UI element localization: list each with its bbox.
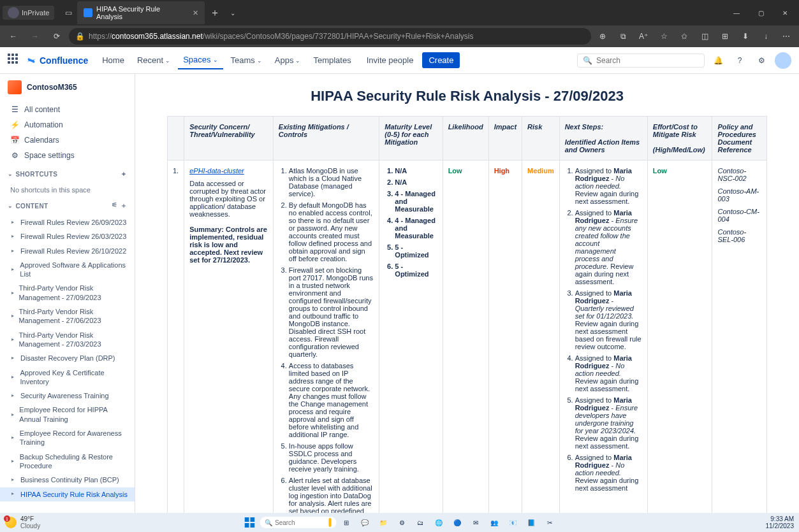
forward-button[interactable]: → — [26, 27, 45, 46]
page-tree-item[interactable]: ▸Backup Scheduling & Restore Procedure — [0, 450, 135, 473]
nav-templates[interactable]: Templates — [308, 51, 356, 69]
invite-people-link[interactable]: Invite people — [367, 55, 414, 65]
maturity-item: 4 - Managed and Measurable — [395, 217, 437, 240]
inprivate-badge: InPrivate — [3, 6, 54, 20]
app-switcher-icon[interactable] — [8, 54, 22, 68]
nav-apps[interactable]: Apps⌄ — [270, 51, 306, 69]
chevron-right-icon: ▸ — [11, 374, 17, 380]
impact-cell: High — [488, 161, 522, 514]
add-page-icon[interactable]: ＋ — [121, 201, 127, 210]
new-tab-button[interactable]: ＋ — [210, 6, 220, 20]
browser-tab[interactable]: HIPAA Security Rule Analysis ✕ — [77, 1, 205, 24]
url-scheme: https:// — [89, 32, 112, 41]
page-tree-item[interactable]: ▸Third-Party Vendor Risk Management - 27… — [0, 281, 135, 305]
page-tree-item[interactable]: ▸Firewall Rules Review 26/10/2022 — [0, 244, 135, 258]
close-window-button[interactable]: ✕ — [773, 4, 796, 22]
page-tree-item[interactable]: ▸Security Awareness Training — [0, 389, 135, 403]
maturity-item: 5 - Optimized — [395, 262, 437, 278]
maximize-button[interactable]: ▢ — [749, 4, 772, 22]
content-header[interactable]: ⌄ CONTENT ⚟ ＋ — [0, 196, 135, 215]
col-risk: Risk — [522, 117, 560, 161]
maturity-cell: N/AN/A4 - Managed and Measurable4 - Mana… — [379, 161, 443, 514]
page-tree-item[interactable]: ▸Employee Record for HIPPA Annual Traini… — [0, 403, 135, 426]
sidebar-automation[interactable]: ⚡Automation — [0, 117, 135, 133]
shortcuts-header[interactable]: ⌄ SHORTCUTS ＋ — [0, 164, 135, 183]
page-tree-item[interactable]: ▸Third-Party Vendor Risk Management - 27… — [0, 305, 135, 328]
create-button[interactable]: Create — [422, 52, 460, 68]
mitigation-item: Firewall set on blocking port 27017. Mon… — [289, 266, 374, 358]
downloads-icon[interactable]: ↓ — [757, 27, 775, 45]
sidebar-all-content[interactable]: ☰All content — [0, 102, 135, 117]
page-label: Firewall Rules Review 26/09/2023 — [20, 218, 126, 227]
page-label: Firewall Rules Review 26/10/2022 — [20, 247, 126, 255]
chevron-right-icon: ▸ — [11, 219, 17, 226]
extensions-icon[interactable]: ⊞ — [716, 27, 734, 45]
mitigation-item: Access to databases limited based on IP … — [289, 362, 374, 438]
chevron-right-icon: ▸ — [11, 458, 16, 464]
chevron-down-icon: ⌄ — [295, 57, 300, 64]
search-input[interactable] — [596, 56, 699, 65]
confluence-icon — [26, 55, 37, 66]
col-mitigations: Existing Mitigations / Controls — [273, 117, 379, 161]
page-tree-item[interactable]: ▸Business Continuity Plan (BCP) — [0, 473, 135, 487]
nav-spaces[interactable]: Spaces⌄ — [178, 51, 223, 69]
sidebar-space-settings[interactable]: ⚙Space settings — [0, 148, 135, 163]
page-tree-item[interactable]: ▸HIPAA Security Rule Risk Analysis — [0, 487, 135, 501]
no-shortcuts-text: No shortcuts in this space — [0, 183, 135, 196]
page-tree-item[interactable]: ▸Approved Key & Certificate Inventory — [0, 366, 135, 389]
settings-icon[interactable]: ⚙ — [753, 52, 770, 69]
chevron-right-icon: ▸ — [11, 266, 16, 273]
shopping-icon[interactable]: ⧉ — [614, 27, 632, 45]
notifications-icon[interactable]: 🔔 — [710, 52, 726, 69]
risk-cell: Medium — [522, 161, 560, 514]
page-tree-item[interactable]: ▸Employee Record for Awareness Training — [0, 426, 135, 450]
close-tab-icon[interactable]: ✕ — [193, 9, 198, 17]
page-tree: ▸Firewall Rules Review 26/09/2023▸Firewa… — [0, 215, 135, 501]
filter-icon[interactable]: ⚟ — [112, 201, 117, 210]
table-header-row: Security Concern/ Threat/Vulnerability E… — [168, 117, 767, 161]
action-item: Assigned to Maria Rodriguez - Ensure dev… — [575, 396, 642, 450]
maturity-item: N/A — [395, 167, 437, 175]
sidebar-calendars[interactable]: 📅Calendars — [0, 133, 135, 148]
mitigation-item: Atlas MongoDB in use which is a Cloud Na… — [289, 167, 374, 198]
collections-icon[interactable]: ⬇ — [737, 27, 754, 45]
col-maturity: Maturity Level (0-5) for each Mitigation — [379, 117, 443, 161]
page-label: Firewall Rules Review 26/03/2023 — [20, 232, 126, 241]
browser-toolbar: ← → ⟳ 🔒 https://contosom365.atlassian.ne… — [0, 25, 799, 47]
confluence-logo[interactable]: Confluence — [26, 55, 88, 66]
profile-avatar[interactable] — [775, 52, 791, 69]
nav-recent[interactable]: Recent⌄ — [132, 51, 175, 69]
search-box[interactable]: 🔍 — [577, 54, 705, 68]
confluence-favicon-icon — [84, 8, 92, 17]
refresh-button[interactable]: ⟳ — [47, 27, 66, 46]
page-tree-item[interactable]: ▸Approved Software & Applications List — [0, 258, 135, 282]
tab-actions-icon[interactable]: ▭ — [59, 4, 77, 22]
nav-teams[interactable]: Teams⌄ — [226, 51, 267, 69]
space-header[interactable]: ContosoM365 — [0, 74, 135, 101]
minimize-button[interactable]: ― — [725, 4, 748, 22]
favorites-icon[interactable]: ☆ — [655, 27, 673, 45]
page-tree-item[interactable]: ▸Firewall Rules Review 26/09/2023 — [0, 215, 135, 229]
page-label: Security Awareness Training — [20, 391, 109, 400]
zoom-icon[interactable]: ⊕ — [594, 27, 612, 45]
more-icon[interactable]: ⋯ — [777, 27, 795, 45]
chevron-down-icon: ⌄ — [8, 203, 13, 209]
add-shortcut-icon[interactable]: ＋ — [121, 169, 127, 178]
page-tree-item[interactable]: ▸Third-Party Vendor Risk Management - 27… — [0, 328, 135, 352]
page-label: HIPAA Security Rule Risk Analysis — [20, 490, 128, 499]
concern-link[interactable]: ePHI-data-cluster — [189, 167, 244, 175]
page-tree-item[interactable]: ▸Disaster Recovery Plan (DRP) — [0, 351, 135, 365]
favorites-add-icon[interactable]: ✩ — [675, 27, 693, 45]
address-bar[interactable]: 🔒 https://contosom365.atlassian.net/wiki… — [69, 28, 591, 45]
nav-home[interactable]: Home — [97, 51, 129, 69]
maturity-item: N/A — [395, 178, 437, 186]
help-icon[interactable]: ? — [731, 52, 748, 69]
action-item: Assigned to Maria Rodriguez - Quarterly … — [575, 289, 642, 350]
split-screen-icon[interactable]: ◫ — [696, 27, 714, 45]
back-button[interactable]: ← — [4, 27, 23, 46]
read-aloud-icon[interactable]: A⁺ — [634, 27, 652, 45]
page-tree-item[interactable]: ▸Firewall Rules Review 26/03/2023 — [0, 229, 135, 243]
policy-ref: Contoso-NSC-002 — [717, 167, 761, 182]
likelihood-cell: Low — [443, 161, 488, 514]
tab-dropdown-icon[interactable]: ⌄ — [230, 10, 235, 17]
